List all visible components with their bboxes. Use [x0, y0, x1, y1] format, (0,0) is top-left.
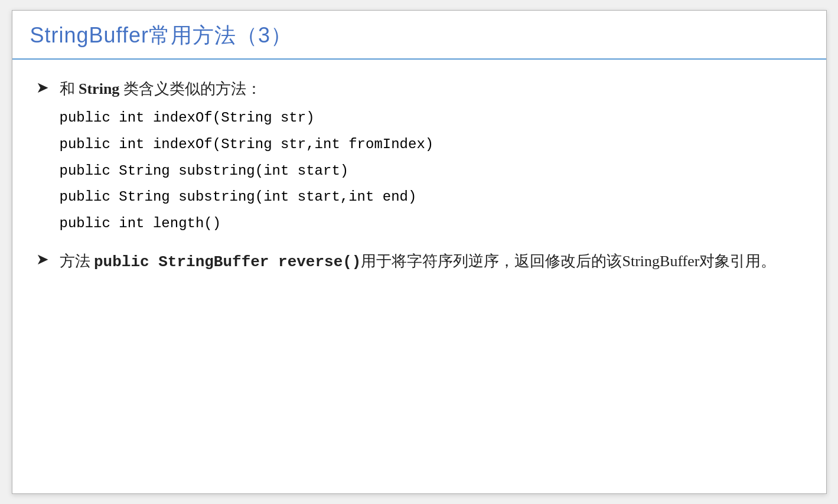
code-line-4: public String substring(int start,int en… — [60, 184, 803, 211]
code-block-1: public int indexOf(String str) public in… — [60, 105, 803, 237]
code-line-3: public String substring(int start) — [60, 158, 803, 185]
code-line-1: public int indexOf(String str) — [60, 105, 803, 132]
bullet-item-2: ➤ 方法 public StringBuffer reverse()用于将字符序… — [36, 249, 803, 275]
slide: StringBuffer常用方法（3） ➤ 和 String 类含义类似的方法：… — [12, 10, 827, 494]
slide-title: StringBuffer常用方法（3） — [30, 21, 808, 50]
bullet-content-2: 方法 public StringBuffer reverse()用于将字符序列逆… — [60, 249, 803, 275]
reverse-description: 方法 public StringBuffer reverse()用于将字符序列逆… — [60, 249, 803, 275]
bullet-label-1: 和 String 类含义类似的方法： — [60, 77, 803, 100]
slide-header: StringBuffer常用方法（3） — [12, 11, 826, 60]
bullet-content-1: 和 String 类含义类似的方法： public int indexOf(St… — [60, 77, 803, 237]
reverse-code: public StringBuffer reverse() — [94, 253, 361, 271]
code-line-2: public int indexOf(String str,int fromIn… — [60, 132, 803, 158]
reverse-text-before: 方法 — [60, 253, 94, 270]
code-line-5: public int length() — [60, 211, 803, 237]
slide-body: ➤ 和 String 类含义类似的方法： public int indexOf(… — [12, 60, 826, 493]
bullet-item-1: ➤ 和 String 类含义类似的方法： public int indexOf(… — [36, 77, 803, 237]
bullet-text-suffix: 类含义类似的方法： — [119, 80, 262, 97]
reverse-text-after: 用于将字符序列逆序，返回修改后的该StringBuffer对象引用。 — [361, 253, 776, 270]
bullet-text-strong: String — [79, 80, 119, 97]
bullet-text-prefix: 和 — [60, 80, 79, 97]
bullet-arrow-2: ➤ — [36, 250, 49, 269]
bullet-arrow-1: ➤ — [36, 78, 49, 97]
